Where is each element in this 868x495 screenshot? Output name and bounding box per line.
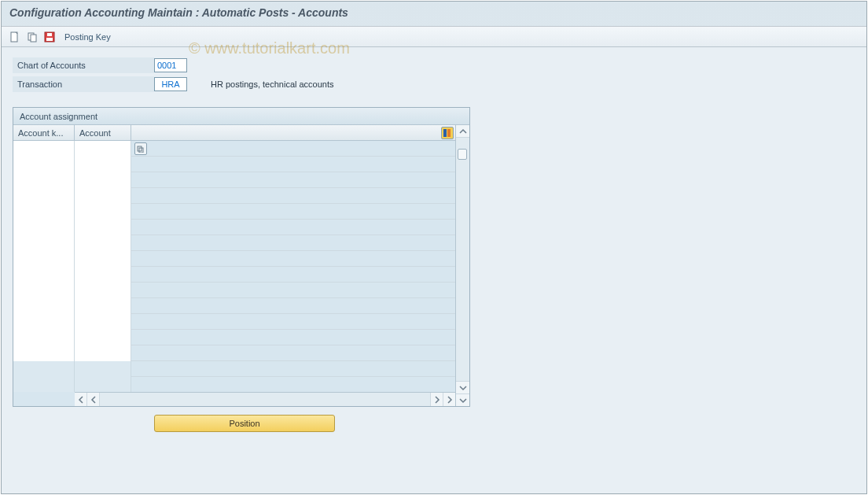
table-row[interactable] bbox=[13, 235, 455, 251]
position-button[interactable]: Position bbox=[154, 415, 335, 432]
table-row[interactable] bbox=[13, 251, 455, 267]
position-row: Position bbox=[13, 407, 855, 441]
scroll-right-icon[interactable] bbox=[430, 393, 443, 406]
page-title: Configuration Accounting Maintain : Auto… bbox=[9, 6, 859, 19]
svg-rect-5 bbox=[46, 38, 53, 41]
chart-of-accounts-label: Chart of Accounts bbox=[13, 57, 154, 73]
account-assignment-panel: Account assignment Account k... Account bbox=[13, 107, 470, 407]
table-row[interactable] bbox=[13, 345, 455, 361]
scroll-down-icon[interactable] bbox=[456, 381, 469, 393]
table-config-icon[interactable] bbox=[441, 127, 454, 139]
column-account-key[interactable]: Account k... bbox=[13, 125, 75, 141]
scroll-left2-icon[interactable] bbox=[87, 393, 100, 406]
vscroll-thumb[interactable] bbox=[458, 149, 467, 160]
table-row bbox=[13, 361, 455, 377]
table-row[interactable] bbox=[13, 188, 455, 204]
table-row[interactable] bbox=[13, 157, 455, 172]
transaction-label: Transaction bbox=[13, 76, 154, 92]
new-document-icon[interactable] bbox=[8, 30, 22, 44]
svg-rect-0 bbox=[11, 32, 17, 42]
table-row[interactable] bbox=[13, 220, 455, 235]
transaction-row: Transaction HR postings, technical accou… bbox=[13, 76, 855, 93]
title-bar: Configuration Accounting Maintain : Auto… bbox=[2, 2, 866, 27]
chart-of-accounts-row: Chart of Accounts bbox=[13, 57, 855, 74]
svg-rect-6 bbox=[443, 129, 447, 137]
table-row[interactable] bbox=[13, 267, 455, 283]
scroll-right2-icon[interactable] bbox=[443, 393, 455, 406]
table-row[interactable] bbox=[13, 330, 455, 345]
copy-icon[interactable] bbox=[25, 30, 39, 44]
chart-of-accounts-input[interactable] bbox=[154, 58, 187, 72]
transaction-description: HR postings, technical accounts bbox=[211, 79, 334, 89]
posting-key-button[interactable]: Posting Key bbox=[64, 32, 111, 42]
vertical-scrollbar[interactable] bbox=[455, 125, 469, 406]
table-row[interactable] bbox=[13, 283, 455, 298]
toolbar: Posting Key bbox=[2, 27, 866, 47]
scroll-left-icon[interactable] bbox=[75, 393, 87, 406]
account-table: Account k... Account bbox=[13, 125, 455, 406]
svg-rect-7 bbox=[447, 129, 451, 137]
table-header: Account k... Account bbox=[13, 125, 455, 141]
table-row[interactable] bbox=[13, 172, 455, 188]
transaction-input[interactable] bbox=[154, 77, 187, 91]
svg-rect-2 bbox=[31, 35, 36, 42]
table-row bbox=[13, 377, 455, 392]
table-row[interactable] bbox=[13, 141, 455, 157]
scroll-down2-icon[interactable] bbox=[456, 393, 469, 406]
svg-rect-4 bbox=[47, 33, 52, 36]
table-row[interactable] bbox=[13, 298, 455, 314]
value-help-icon[interactable] bbox=[134, 142, 147, 155]
table-row[interactable] bbox=[13, 204, 455, 220]
main-window: Configuration Accounting Maintain : Auto… bbox=[1, 1, 867, 494]
scroll-up-icon[interactable] bbox=[456, 125, 469, 138]
panel-title: Account assignment bbox=[13, 108, 469, 125]
column-account[interactable]: Account bbox=[75, 125, 131, 141]
hscroll-track[interactable] bbox=[100, 393, 430, 406]
save-icon[interactable] bbox=[42, 30, 57, 44]
table-row[interactable] bbox=[13, 314, 455, 330]
horizontal-scrollbar[interactable] bbox=[75, 392, 455, 406]
content-area: Chart of Accounts Transaction HR posting… bbox=[2, 47, 866, 493]
